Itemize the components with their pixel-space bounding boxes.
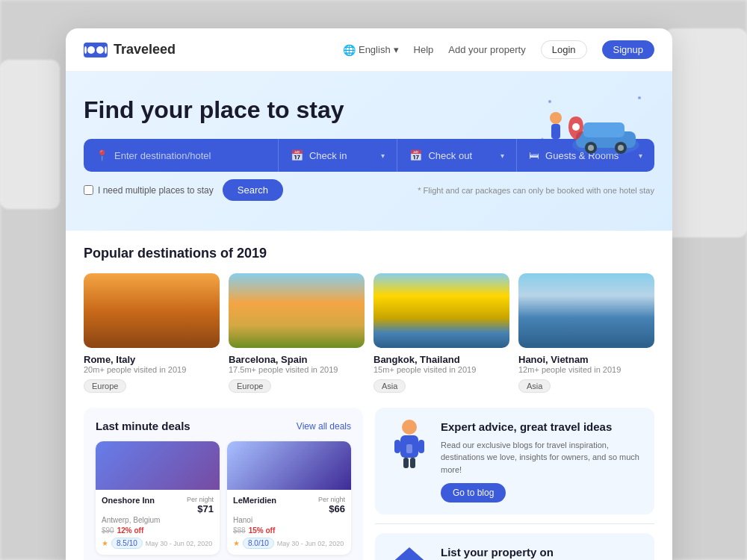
help-link[interactable]: Help bbox=[414, 44, 434, 55]
dest-visitors-3: 12m+ people visited in 2019 bbox=[518, 365, 654, 374]
dest-image-3 bbox=[518, 273, 654, 348]
deal-old-price-1: $88 bbox=[233, 526, 246, 535]
deal-price-0: $71 bbox=[187, 503, 214, 514]
deals-grid: Oneshore Inn Per night $71 Antwerp, Belg… bbox=[96, 441, 351, 560]
deal-image-0 bbox=[96, 441, 220, 490]
destination-card-3[interactable]: Hanoi, Vietnam 12m+ people visited in 20… bbox=[518, 273, 654, 393]
svg-point-6 bbox=[618, 145, 624, 151]
deal-old-price-0: $90 bbox=[102, 526, 114, 535]
svg-point-10 bbox=[548, 100, 551, 103]
dest-visitors-0: 20m+ people visited in 2019 bbox=[84, 365, 220, 374]
deal-dates-1: May 30 - Jun 02, 2020 bbox=[277, 540, 344, 547]
deals-header: Last minute deals View all deals bbox=[96, 420, 351, 432]
go-to-blog-button[interactable]: Go to blog bbox=[441, 483, 506, 503]
destination-input[interactable] bbox=[114, 150, 266, 161]
expert-panel: Expert advice, great travel ideas Read o… bbox=[375, 408, 654, 514]
deal-card-1[interactable]: LeMeridien Per night $66 Hanoi $88 15% o… bbox=[227, 441, 351, 555]
deal-dates-0: May 30 - Jun 02, 2020 bbox=[146, 540, 213, 547]
deal-discount-0: 12% off bbox=[117, 526, 144, 535]
deal-per-night-0: Per night bbox=[187, 496, 214, 503]
dest-tag-2: Asia bbox=[374, 379, 406, 393]
lang-arrow-icon: ▾ bbox=[394, 44, 399, 55]
deal-card-0[interactable]: Oneshore Inn Per night $71 Antwerp, Belg… bbox=[96, 441, 220, 555]
bottom-section: Last minute deals View all deals Oneshor… bbox=[84, 408, 654, 560]
signup-button[interactable]: Signup bbox=[602, 40, 654, 59]
deal-location-1: Hanoi bbox=[233, 516, 345, 524]
calendar-out-icon: 📅 bbox=[409, 149, 422, 161]
list-property-panel: List your property onTraveleed™ and open… bbox=[375, 533, 654, 560]
dest-name-3: Hanoi, Vietnam bbox=[518, 354, 654, 365]
checkout-arrow-icon: ▾ bbox=[500, 152, 504, 160]
checkin-label: Check in bbox=[309, 150, 347, 161]
multiple-places-checkbox[interactable]: I need multiple places to stay bbox=[84, 185, 214, 196]
dest-image-0 bbox=[84, 273, 220, 348]
popular-section-title: Popular destinations of 2019 bbox=[84, 246, 654, 261]
language-label: English bbox=[359, 44, 391, 55]
checkout-field[interactable]: 📅 Check out ▾ bbox=[397, 139, 517, 172]
deal-image-1 bbox=[227, 441, 351, 490]
expert-content: Expert advice, great travel ideas Read o… bbox=[441, 420, 642, 503]
svg-point-11 bbox=[638, 96, 641, 99]
property-illustration bbox=[387, 545, 432, 560]
svg-point-4 bbox=[588, 145, 594, 151]
expert-text: Read our exclusive blogs for travel insp… bbox=[441, 439, 642, 476]
checkin-field[interactable]: 📅 Check in ▾ bbox=[279, 139, 398, 172]
dest-visitors-1: 17.5m+ people visited in 2019 bbox=[229, 365, 365, 374]
logo[interactable]: Traveleed bbox=[84, 42, 176, 57]
list-property-title: List your property onTraveleed™ and open… bbox=[441, 545, 642, 560]
destination-card-1[interactable]: Barcelona, Spain 17.5m+ people visited i… bbox=[229, 273, 365, 393]
svg-point-13 bbox=[402, 420, 417, 435]
right-panels: Expert advice, great travel ideas Read o… bbox=[375, 408, 654, 560]
svg-rect-2 bbox=[583, 122, 624, 137]
dest-tag-1: Europe bbox=[229, 379, 271, 393]
svg-rect-19 bbox=[406, 444, 412, 453]
deals-section: Last minute deals View all deals Oneshor… bbox=[84, 408, 363, 560]
svg-rect-17 bbox=[403, 458, 409, 468]
guests-icon: 🛏 bbox=[529, 149, 539, 161]
logo-text: Traveleed bbox=[114, 42, 176, 57]
dest-visitors-2: 15m+ people visited in 2019 bbox=[374, 365, 509, 374]
deal-name-0: Oneshore Inn bbox=[102, 496, 155, 505]
flag-icon: 🌐 bbox=[343, 44, 356, 56]
language-selector[interactable]: 🌐 English ▾ bbox=[343, 44, 399, 56]
svg-rect-15 bbox=[394, 440, 400, 453]
main-card: Traveleed 🌐 English ▾ Help Add your prop… bbox=[66, 28, 672, 560]
checkin-arrow-icon: ▾ bbox=[381, 152, 385, 160]
view-all-deals-link[interactable]: View all deals bbox=[297, 421, 351, 432]
deal-stars-1: ★ bbox=[233, 539, 240, 547]
destination-card-0[interactable]: Rome, Italy 20m+ people visited in 2019 … bbox=[84, 273, 220, 393]
main-content: Popular destinations of 2019 Rome, Italy… bbox=[66, 231, 672, 560]
svg-point-9 bbox=[572, 123, 580, 131]
dest-tag-3: Asia bbox=[518, 379, 551, 393]
hero-section: Find your place to stay bbox=[66, 72, 672, 231]
hero-title: Find your place to stay bbox=[84, 96, 397, 124]
search-button[interactable]: Search bbox=[223, 179, 283, 201]
nav-links: 🌐 English ▾ Help Add your property Login… bbox=[343, 40, 654, 59]
search-note: * Flight and car packages can only be bo… bbox=[418, 186, 654, 195]
hero-illustration bbox=[535, 87, 654, 161]
deal-stars-0: ★ bbox=[102, 539, 108, 547]
dest-image-1 bbox=[229, 273, 365, 348]
destination-field[interactable]: 📍 bbox=[84, 139, 279, 172]
destination-card-2[interactable]: Bangkok, Thailand 15m+ people visited in… bbox=[374, 273, 509, 393]
add-property-link[interactable]: Add your property bbox=[448, 44, 525, 55]
deal-rating-0: 8.5/10 bbox=[111, 538, 143, 549]
dest-name-2: Bangkok, Thailand bbox=[374, 354, 509, 365]
multiple-places-label: I need multiple places to stay bbox=[98, 185, 214, 196]
location-icon: 📍 bbox=[96, 149, 108, 161]
logo-icon bbox=[84, 43, 108, 57]
deal-per-night-1: Per night bbox=[318, 496, 345, 503]
calendar-icon: 📅 bbox=[291, 149, 303, 161]
svg-marker-21 bbox=[391, 547, 428, 560]
svg-rect-16 bbox=[418, 440, 424, 453]
list-property-content: List your property onTraveleed™ and open… bbox=[441, 545, 642, 560]
svg-rect-18 bbox=[410, 458, 415, 468]
login-button[interactable]: Login bbox=[541, 40, 587, 59]
expert-title: Expert advice, great travel ideas bbox=[441, 420, 642, 435]
deal-location-0: Antwerp, Belgium bbox=[102, 516, 214, 524]
dest-image-2 bbox=[374, 273, 509, 348]
multiple-places-input[interactable] bbox=[84, 185, 93, 195]
dest-name-0: Rome, Italy bbox=[84, 354, 220, 365]
svg-point-7 bbox=[550, 112, 562, 124]
checkout-label: Check out bbox=[428, 150, 472, 161]
